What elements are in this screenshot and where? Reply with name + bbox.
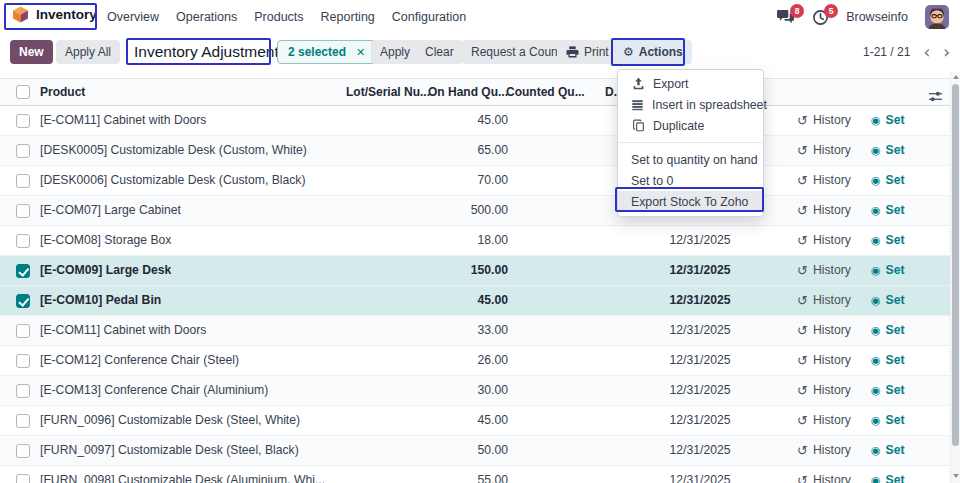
product-cell[interactable]: [FURN_0096] Customizable Desk (Steel, Wh… bbox=[40, 406, 300, 435]
scroll-up-arrow-icon[interactable] bbox=[953, 75, 959, 79]
history-button[interactable]: ↺History bbox=[797, 286, 851, 315]
set-button[interactable]: ◉Set bbox=[871, 136, 905, 165]
product-cell[interactable]: [DESK0005] Customizable Desk (Custom, Wh… bbox=[40, 136, 307, 165]
print-button[interactable]: Print bbox=[557, 40, 618, 64]
select-all-checkbox[interactable] bbox=[16, 85, 30, 99]
scheduled-date-cell[interactable]: 12/31/2025 bbox=[645, 226, 755, 255]
scheduled-date-cell[interactable]: 12/31/2025 bbox=[645, 466, 755, 483]
request-count-button[interactable]: Request a Count bbox=[462, 40, 570, 64]
set-button[interactable]: ◉Set bbox=[871, 466, 905, 483]
product-cell[interactable]: [FURN_0098] Customizable Desk (Aluminium… bbox=[40, 466, 325, 483]
menu-item-duplicate[interactable]: Duplicate bbox=[618, 115, 763, 136]
actions-button[interactable]: ⚙ Actions bbox=[614, 40, 692, 64]
menu-reporting[interactable]: Reporting bbox=[321, 10, 375, 24]
scheduled-date-cell[interactable]: 12/31/2025 bbox=[645, 256, 755, 285]
on-hand-quantity-cell[interactable]: 18.00 bbox=[418, 226, 508, 255]
new-button[interactable]: New bbox=[10, 40, 53, 64]
row-checkbox[interactable] bbox=[16, 264, 30, 278]
menu-item-export-stock-to-zoho[interactable]: Export Stock To Zoho bbox=[618, 191, 763, 212]
table-row[interactable]: [E-COM08] Storage Box18.0012/31/2025↺His… bbox=[0, 226, 960, 256]
product-cell[interactable]: [E-COM10] Pedal Bin bbox=[40, 286, 161, 315]
history-button[interactable]: ↺History bbox=[797, 256, 851, 285]
on-hand-quantity-cell[interactable]: 30.00 bbox=[418, 376, 508, 405]
history-button[interactable]: ↺History bbox=[797, 406, 851, 435]
apply-button[interactable]: Apply bbox=[371, 40, 419, 64]
menu-operations[interactable]: Operations bbox=[176, 10, 237, 24]
row-checkbox[interactable] bbox=[16, 144, 30, 158]
table-row[interactable]: [DESK0005] Customizable Desk (Custom, Wh… bbox=[0, 136, 960, 166]
row-checkbox[interactable] bbox=[16, 474, 30, 483]
table-row[interactable]: [E-COM10] Pedal Bin45.0012/31/2025↺Histo… bbox=[0, 286, 960, 316]
table-row[interactable]: [FURN_0098] Customizable Desk (Aluminium… bbox=[0, 466, 960, 483]
scrollbar-thumb[interactable] bbox=[952, 84, 959, 446]
history-button[interactable]: ↺History bbox=[797, 226, 851, 255]
row-checkbox[interactable] bbox=[16, 174, 30, 188]
clear-button[interactable]: Clear bbox=[416, 40, 463, 64]
set-button[interactable]: ◉Set bbox=[871, 406, 905, 435]
on-hand-quantity-cell[interactable]: 45.00 bbox=[418, 406, 508, 435]
on-hand-quantity-cell[interactable]: 500.00 bbox=[418, 196, 508, 225]
column-header-on-hand[interactable]: On Hand Qu... bbox=[428, 79, 506, 105]
set-button[interactable]: ◉Set bbox=[871, 316, 905, 345]
column-header-counted[interactable]: Counted Qu... bbox=[506, 79, 578, 105]
column-header-lot-serial[interactable]: Lot/Serial Nu... bbox=[338, 79, 430, 105]
history-button[interactable]: ↺History bbox=[797, 196, 851, 225]
row-checkbox[interactable] bbox=[16, 114, 30, 128]
history-button[interactable]: ↺History bbox=[797, 466, 851, 483]
scheduled-date-cell[interactable]: 12/31/2025 bbox=[645, 316, 755, 345]
product-cell[interactable]: [E-COM08] Storage Box bbox=[40, 226, 171, 255]
table-row[interactable]: [DESK0006] Customizable Desk (Custom, Bl… bbox=[0, 166, 960, 196]
menu-item-insert-in-spreadsheet[interactable]: Insert in spreadsheet bbox=[618, 94, 763, 115]
table-row[interactable]: [E-COM13] Conference Chair (Aluminium)30… bbox=[0, 376, 960, 406]
table-row[interactable]: [E-COM09] Large Desk150.0012/31/2025↺His… bbox=[0, 256, 960, 286]
messages-button[interactable]: 8 bbox=[776, 9, 795, 25]
menu-item-set-to-0[interactable]: Set to 0 bbox=[618, 170, 763, 191]
menu-overview[interactable]: Overview bbox=[107, 10, 159, 24]
scheduled-date-cell[interactable]: 12/31/2025 bbox=[645, 376, 755, 405]
on-hand-quantity-cell[interactable]: 45.00 bbox=[418, 106, 508, 135]
table-row[interactable]: [FURN_0096] Customizable Desk (Steel, Wh… bbox=[0, 406, 960, 436]
row-checkbox[interactable] bbox=[16, 234, 30, 248]
row-checkbox[interactable] bbox=[16, 354, 30, 368]
history-button[interactable]: ↺History bbox=[797, 166, 851, 195]
menu-item-export[interactable]: Export bbox=[618, 73, 763, 94]
product-cell[interactable]: [E-COM07] Large Cabinet bbox=[40, 196, 181, 225]
on-hand-quantity-cell[interactable]: 50.00 bbox=[418, 436, 508, 465]
product-cell[interactable]: [FURN_0097] Customizable Desk (Steel, Bl… bbox=[40, 436, 299, 465]
column-header-product[interactable]: Product bbox=[40, 79, 85, 105]
on-hand-quantity-cell[interactable]: 55.00 bbox=[418, 466, 508, 483]
row-checkbox[interactable] bbox=[16, 444, 30, 458]
set-button[interactable]: ◉Set bbox=[871, 166, 905, 195]
on-hand-quantity-cell[interactable]: 65.00 bbox=[418, 136, 508, 165]
product-cell[interactable]: [DESK0006] Customizable Desk (Custom, Bl… bbox=[40, 166, 306, 195]
on-hand-quantity-cell[interactable]: 33.00 bbox=[418, 316, 508, 345]
set-button[interactable]: ◉Set bbox=[871, 346, 905, 375]
set-button[interactable]: ◉Set bbox=[871, 106, 905, 135]
pager-next-icon[interactable]: › bbox=[943, 41, 950, 63]
scheduled-date-cell[interactable]: 12/31/2025 bbox=[645, 406, 755, 435]
set-button[interactable]: ◉Set bbox=[871, 226, 905, 255]
pager-previous-icon[interactable]: ‹ bbox=[923, 41, 930, 63]
set-button[interactable]: ◉Set bbox=[871, 436, 905, 465]
table-row[interactable]: [E-COM07] Large Cabinet500.00↺History◉Se… bbox=[0, 196, 960, 226]
history-button[interactable]: ↺History bbox=[797, 106, 851, 135]
avatar[interactable] bbox=[925, 5, 949, 29]
product-cell[interactable]: [E-COM11] Cabinet with Doors bbox=[40, 106, 206, 135]
row-checkbox[interactable] bbox=[16, 204, 30, 218]
table-row[interactable]: [E-COM11] Cabinet with Doors45.00↺Histor… bbox=[0, 106, 960, 136]
set-button[interactable]: ◉Set bbox=[871, 256, 905, 285]
scheduled-date-cell[interactable]: 12/31/2025 bbox=[645, 346, 755, 375]
menu-configuration[interactable]: Configuration bbox=[392, 10, 466, 24]
table-row[interactable]: [FURN_0097] Customizable Desk (Steel, Bl… bbox=[0, 436, 960, 466]
on-hand-quantity-cell[interactable]: 70.00 bbox=[418, 166, 508, 195]
row-checkbox[interactable] bbox=[16, 384, 30, 398]
set-button[interactable]: ◉Set bbox=[871, 286, 905, 315]
scroll-down-arrow-icon[interactable] bbox=[953, 474, 959, 478]
history-button[interactable]: ↺History bbox=[797, 376, 851, 405]
menu-item-set-to-quantity-on-hand[interactable]: Set to quantity on hand bbox=[618, 149, 763, 170]
on-hand-quantity-cell[interactable]: 150.00 bbox=[418, 256, 508, 285]
activities-button[interactable]: 5 bbox=[812, 9, 829, 26]
product-cell[interactable]: [E-COM11] Cabinet with Doors bbox=[40, 316, 206, 345]
clear-selection-icon[interactable]: ✕ bbox=[356, 46, 365, 59]
scheduled-date-cell[interactable]: 12/31/2025 bbox=[645, 286, 755, 315]
